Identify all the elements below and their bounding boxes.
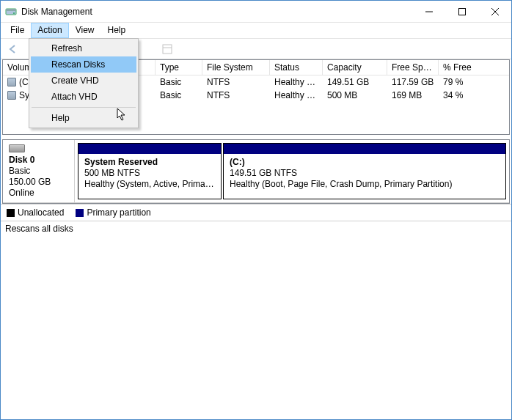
legend-unallocated: Unallocated xyxy=(7,207,64,218)
disk-info: Disk 0 Basic 150.00 GB Online xyxy=(3,140,75,202)
cell-capacity: 500 MB xyxy=(323,89,387,102)
cell-free: 117.59 GB xyxy=(387,75,439,89)
close-button[interactable] xyxy=(478,1,511,22)
disk-size: 150.00 GB xyxy=(9,177,68,187)
app-icon xyxy=(5,6,17,18)
volume-icon xyxy=(7,91,16,100)
disk-name: Disk 0 xyxy=(9,155,68,165)
disk-state: Online xyxy=(9,188,68,198)
col-filesystem[interactable]: File System xyxy=(202,60,270,75)
partition-container: System Reserved 500 MB NTFS Healthy (Sys… xyxy=(75,140,509,202)
cell-fs: NTFS xyxy=(202,75,270,89)
toolbar-button[interactable] xyxy=(158,40,176,58)
svg-rect-7 xyxy=(163,45,172,54)
col-free-space[interactable]: Free Spa... xyxy=(387,60,439,75)
legend-swatch-primary xyxy=(76,209,84,217)
menu-rescan-disks[interactable]: Rescan Disks xyxy=(31,56,136,73)
maximize-button[interactable] xyxy=(445,1,478,22)
svg-rect-1 xyxy=(6,9,16,11)
legend: Unallocated Primary partition xyxy=(1,204,511,221)
partition-title: System Reserved xyxy=(84,157,158,167)
menu-help-item[interactable]: Help xyxy=(31,110,136,126)
menu-view[interactable]: View xyxy=(69,23,101,38)
action-dropdown: Refresh Rescan Disks Create VHD Attach V… xyxy=(29,38,139,128)
menu-file[interactable]: File xyxy=(4,23,31,38)
menu-help[interactable]: Help xyxy=(101,23,133,38)
cell-status: Healthy (S... xyxy=(270,89,323,102)
window-title: Disk Management xyxy=(21,7,412,17)
partition-sub: 500 MB NTFS xyxy=(84,168,140,178)
menu-bar: File Action View Help Refresh Rescan Dis… xyxy=(1,23,511,39)
window-controls xyxy=(412,1,511,22)
partition-sub: 149.51 GB NTFS xyxy=(230,168,297,178)
legend-swatch-unallocated xyxy=(7,209,15,217)
partition-stripe xyxy=(224,144,505,154)
disk-type: Basic xyxy=(9,166,68,176)
minimize-button[interactable] xyxy=(412,1,445,22)
partition-c[interactable]: (C:) 149.51 GB NTFS Healthy (Boot, Page … xyxy=(223,143,506,199)
cell-fs: NTFS xyxy=(202,89,270,102)
menu-attach-vhd[interactable]: Attach VHD xyxy=(31,89,136,105)
disk-row[interactable]: Disk 0 Basic 150.00 GB Online System Res… xyxy=(3,140,509,203)
cell-pctfree: 79 % xyxy=(439,75,509,89)
col-status[interactable]: Status xyxy=(270,60,323,75)
status-bar: Rescans all disks xyxy=(1,221,511,236)
cell-status: Healthy (B... xyxy=(270,75,323,89)
disk-icon xyxy=(9,144,25,152)
partition-detail: Healthy (Boot, Page File, Crash Dump, Pr… xyxy=(230,179,452,189)
partition-stripe xyxy=(78,144,221,154)
svg-point-2 xyxy=(13,12,15,14)
partition-title: (C:) xyxy=(230,157,245,167)
menu-refresh[interactable]: Refresh xyxy=(31,40,136,56)
legend-primary: Primary partition xyxy=(76,207,150,218)
svg-rect-4 xyxy=(458,8,465,15)
back-button[interactable] xyxy=(4,40,21,58)
col-pct-free[interactable]: % Free xyxy=(439,60,509,75)
cell-type: Basic xyxy=(156,89,202,102)
cell-pctfree: 34 % xyxy=(439,89,509,102)
menu-separator xyxy=(32,107,136,108)
cell-free: 169 MB xyxy=(387,89,439,102)
partition-system-reserved[interactable]: System Reserved 500 MB NTFS Healthy (Sys… xyxy=(78,143,222,199)
menu-create-vhd[interactable]: Create VHD xyxy=(31,73,136,89)
cell-type: Basic xyxy=(156,75,202,89)
title-bar: Disk Management xyxy=(1,1,511,23)
menu-action[interactable]: Action xyxy=(31,23,68,38)
cell-capacity: 149.51 GB xyxy=(323,75,387,89)
col-type[interactable]: Type xyxy=(156,60,202,75)
disk-map: Disk 0 Basic 150.00 GB Online System Res… xyxy=(2,139,510,204)
partition-detail: Healthy (System, Active, Primary Pa xyxy=(84,179,221,189)
volume-icon xyxy=(7,78,16,86)
col-capacity[interactable]: Capacity xyxy=(323,60,387,75)
